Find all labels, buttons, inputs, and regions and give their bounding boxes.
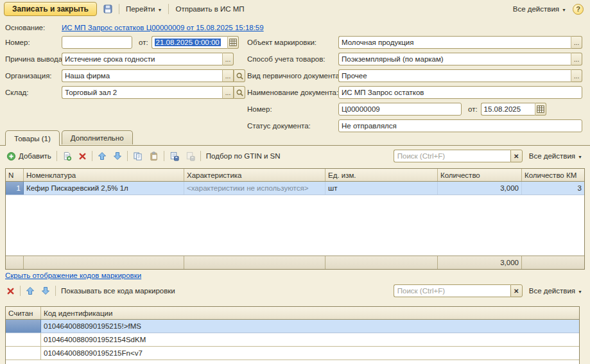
col-scanned[interactable]: Считан xyxy=(6,307,41,319)
col-qty-km[interactable]: Количество КМ xyxy=(522,169,584,181)
doc-calendar-button[interactable] xyxy=(535,103,546,116)
warehouse-ellipsis-button[interactable]: ... xyxy=(222,86,234,99)
organization-ellipsis-button[interactable]: ... xyxy=(222,69,234,82)
accounting-method-group: Поэкземплярный (по маркам) ... xyxy=(338,53,582,65)
col-characteristic[interactable]: Характеристика xyxy=(184,169,325,181)
nomenclature-cell[interactable]: Кефир Пискаревский 2,5% 1л xyxy=(24,182,184,195)
doc-status-value: Не отправлялся xyxy=(342,122,397,130)
tab-additional[interactable]: Дополнительно xyxy=(62,130,133,144)
reason-label: Причина вывода: xyxy=(5,55,62,63)
goods-all-actions-menu[interactable]: Все действия ▼ xyxy=(526,149,585,163)
accounting-method-ellipsis-button[interactable]: ... xyxy=(571,53,582,65)
code-move-down-button[interactable] xyxy=(40,284,51,298)
toggle-codes-link[interactable]: Скрыть отображение кодов маркировки xyxy=(5,272,141,279)
number-input[interactable] xyxy=(62,36,132,49)
goods-all-actions-label: Все действия xyxy=(529,152,575,160)
code-cell[interactable]: 0104640088090195215!>fMS xyxy=(41,320,579,333)
basis-link[interactable]: ИС МП Запрос остатков Ц00000009 от 15.08… xyxy=(62,24,264,31)
doc-name-value: ИС МП Запрос остатков xyxy=(342,89,424,96)
col-identification-code[interactable]: Код идентификации xyxy=(41,307,579,319)
close-icon: ✕ xyxy=(514,153,519,160)
all-actions-menu[interactable]: Все действия ▼ xyxy=(510,2,569,16)
organization-field[interactable]: Наша фирма xyxy=(62,69,222,82)
organization-label: Организация: xyxy=(5,72,62,80)
warehouse-field[interactable]: Торговый зал 2 xyxy=(62,86,222,99)
unit-cell[interactable]: шт xyxy=(325,182,438,195)
doc-status-field: Не отправлялся xyxy=(338,119,582,132)
code-row[interactable]: 0104640088090195215!>fMS xyxy=(6,320,579,333)
move-down-button[interactable] xyxy=(112,149,123,163)
col-nomenclature[interactable]: Номенклатура xyxy=(24,169,184,181)
calendar-button[interactable] xyxy=(227,36,239,49)
document-plus-icon xyxy=(62,152,72,161)
doc-number-label: Номер: xyxy=(247,105,338,113)
copy-rows-button[interactable] xyxy=(168,149,180,163)
show-all-codes-button[interactable]: Показывать все кода маркировки xyxy=(60,284,177,298)
col-qty[interactable]: Количество xyxy=(438,169,522,181)
code-cell[interactable]: 01046400880901952154SdKM xyxy=(41,333,579,346)
toolbar-separator xyxy=(127,151,128,161)
paste-icon xyxy=(149,152,159,161)
code-row[interactable]: 01046400880901952154SdKM xyxy=(6,333,579,347)
codes-all-actions-menu[interactable]: Все действия ▼ xyxy=(526,284,585,298)
number-input-inner[interactable] xyxy=(65,37,129,48)
code-move-up-button[interactable] xyxy=(24,284,36,298)
scanned-cell xyxy=(6,347,41,360)
marking-object-field[interactable]: Молочная продукция xyxy=(338,36,571,49)
paste-button[interactable] xyxy=(148,149,160,163)
characteristic-cell[interactable]: <характеристики не используются> xyxy=(184,182,325,195)
goods-search-input[interactable] xyxy=(394,150,510,162)
organization-lookup-button[interactable] xyxy=(234,69,245,82)
delete-code-button[interactable] xyxy=(5,284,16,298)
help-icon[interactable]: ? xyxy=(573,4,584,15)
doc-name-field[interactable]: ИС МП Запрос остатков xyxy=(338,86,582,99)
doc-date-field[interactable]: 15.08.2025 xyxy=(481,103,535,116)
goto-menu-button[interactable]: Перейти ▼ xyxy=(123,2,165,16)
marking-object-row: Объект маркировки: Молочная продукция ..… xyxy=(247,36,582,49)
delete-row-button[interactable] xyxy=(77,149,88,163)
date-input[interactable]: 21.08.2025 0:00:00 xyxy=(152,36,227,49)
footer-cell xyxy=(184,256,325,269)
accounting-method-field[interactable]: Поэкземплярный (по маркам) xyxy=(338,53,571,65)
send-to-ismp-label: Отправить в ИС МП xyxy=(175,5,244,13)
warehouse-lookup-button[interactable] xyxy=(234,86,245,99)
send-to-ismp-button[interactable]: Отправить в ИС МП xyxy=(173,2,247,16)
goods-search-clear-button[interactable]: ✕ xyxy=(510,150,523,162)
date-value: 21.08.2025 0:00:00 xyxy=(155,39,221,46)
number-row: Номер: от: 21.08.2025 0:00:00 xyxy=(5,36,239,49)
paste-rows-button[interactable] xyxy=(184,149,196,163)
code-row[interactable]: 0104640088090195215Fn<v7 xyxy=(6,347,579,360)
primary-doc-ellipsis-button[interactable]: ... xyxy=(571,69,582,82)
goods-table-row[interactable]: 1 Кефир Пискаревский 2,5% 1л <характерис… xyxy=(6,182,584,195)
toolbar-separator xyxy=(200,151,201,161)
tab-goods[interactable]: Товары (1) xyxy=(5,130,60,146)
code-cell[interactable]: 0104640088090195215Fn<v7 xyxy=(41,347,579,360)
marking-object-label: Объект маркировки: xyxy=(247,39,338,46)
footer-cell xyxy=(6,256,24,269)
codes-search-input[interactable] xyxy=(394,284,510,297)
save-button[interactable] xyxy=(101,2,115,16)
qty-cell[interactable]: 3,000 xyxy=(438,182,522,195)
reason-field[interactable]: Истечение срока годности xyxy=(62,53,222,65)
gtin-picker-button[interactable]: Подбор по GTIN и SN xyxy=(205,149,282,163)
add-button[interactable]: Добавить xyxy=(5,149,53,163)
number-label: Номер: xyxy=(5,39,62,46)
doc-number-field[interactable]: Ц00000009 xyxy=(338,103,462,116)
primary-doc-field[interactable]: Прочее xyxy=(338,69,571,82)
codes-toolbar: Показывать все кода маркировки ✕ Все дей… xyxy=(5,283,585,299)
codes-search-clear-button[interactable]: ✕ xyxy=(510,284,523,297)
arrow-up-icon xyxy=(26,286,35,295)
paste-save-icon xyxy=(186,152,195,161)
chevron-down-icon: ▼ xyxy=(562,6,566,12)
move-up-button[interactable] xyxy=(96,149,108,163)
reason-ellipsis-button[interactable]: ... xyxy=(222,53,234,65)
marking-object-ellipsis-button[interactable]: ... xyxy=(571,36,582,49)
col-n[interactable]: N xyxy=(6,169,24,181)
copy-button[interactable] xyxy=(132,149,144,163)
goods-search: ✕ xyxy=(394,150,523,162)
col-unit[interactable]: Ед. изм. xyxy=(325,169,438,181)
doc-date-from-label: от: xyxy=(468,105,478,113)
add-row-button[interactable] xyxy=(61,149,73,163)
qty-km-cell[interactable]: 3 xyxy=(522,182,584,195)
save-close-button[interactable]: Записать и закрыть xyxy=(4,2,97,16)
